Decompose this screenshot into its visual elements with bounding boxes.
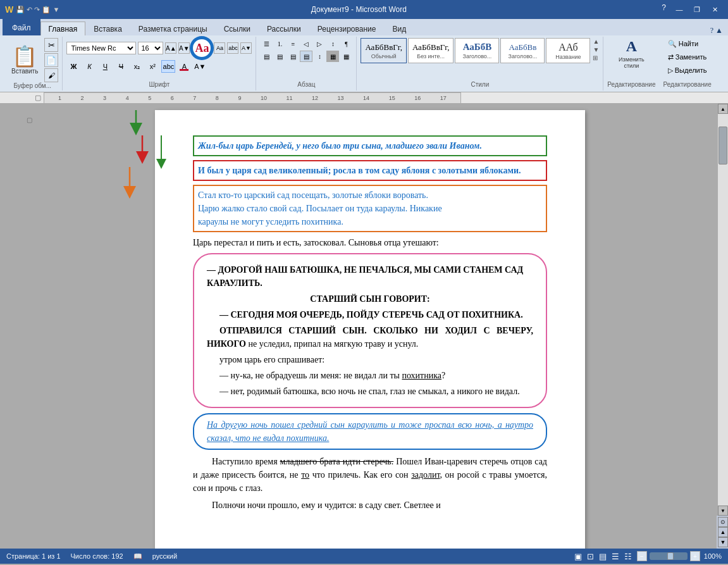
shading-btn[interactable]: ▦ xyxy=(326,51,339,62)
help-btn[interactable]: ? xyxy=(658,3,670,16)
tab-view[interactable]: Вид xyxy=(384,22,414,35)
scroll-track[interactable] xyxy=(718,114,728,506)
pink-line7: — нет, родимый батюшка, всю ночь не спал… xyxy=(207,385,533,398)
aa-text: Aa xyxy=(195,42,209,55)
change-styles-icon[interactable]: A xyxy=(626,38,637,55)
bold-btn[interactable]: Ж xyxy=(66,60,80,73)
status-lang-icon[interactable]: 📖 xyxy=(133,552,142,561)
select-browse-btn[interactable]: ▲ xyxy=(718,527,728,537)
font-name-select[interactable]: Times New Rc xyxy=(66,42,136,54)
select-btn[interactable]: ▷ Выделить xyxy=(663,65,712,77)
align-left-btn[interactable]: ▤ xyxy=(260,51,273,62)
replace-btn[interactable]: ⇄ Заменить xyxy=(663,51,712,63)
style-nospace-label: Без инте... xyxy=(417,53,445,59)
view-btn-fullscreen[interactable]: ⊡ xyxy=(587,552,594,561)
style-title[interactable]: ААб Название xyxy=(546,38,590,63)
style-nospace[interactable]: АаБбВвГг, Без инте... xyxy=(408,38,454,63)
sort-btn[interactable]: ↕ xyxy=(326,38,339,49)
paragraph-group: ☰ 1. ≡ ◁ ▷ ↕ ¶ ▤ ▤ ▤ ▤ ↕ ▦ ▦ Абзац xyxy=(256,37,357,90)
style-h1[interactable]: АаБбВ Заголово... xyxy=(455,38,499,63)
copy-btn[interactable]: 📄 xyxy=(44,53,58,67)
subscript-btn[interactable]: x₂ xyxy=(130,60,144,73)
format-painter-btn[interactable]: 🖌 xyxy=(44,68,58,82)
tab-file[interactable]: Файл xyxy=(3,19,40,35)
title-bar: W 💾 ↶ ↷ 📋 ▼ Документ9 - Microsoft Word ?… xyxy=(0,0,728,19)
styles-up-btn[interactable]: ▲ xyxy=(593,38,599,45)
format-icon4[interactable]: A▼ xyxy=(240,42,252,54)
style-normal[interactable]: АаБбВвГг, Обычный xyxy=(361,38,407,63)
annotations-overlay xyxy=(111,110,161,300)
tab-insert[interactable]: Вставка xyxy=(85,22,130,35)
scroll-up-btn[interactable]: ▲ xyxy=(718,104,728,114)
italic-btn[interactable]: К xyxy=(82,60,96,73)
tab-mailings[interactable]: Рассылки xyxy=(259,22,309,35)
show-para-btn[interactable]: ¶ xyxy=(340,38,352,49)
superscript-btn[interactable]: x² xyxy=(145,60,159,73)
quick-access: 💾 ↶ ↷ 📋 ▼ xyxy=(16,6,59,14)
para-red-text: И был у царя сад великолепный; росла в т… xyxy=(198,166,521,175)
styles-down-btn[interactable]: ▼ xyxy=(593,46,599,53)
zoom-slider-thumb xyxy=(667,552,674,560)
font-format-row: Ж К Ч Ч x₂ x² abc A A▼ xyxy=(66,60,207,73)
style-normal-label: Обычный xyxy=(371,53,397,59)
ruler-toggle[interactable]: ▢ xyxy=(35,94,41,102)
align-center-btn[interactable]: ▤ xyxy=(273,51,286,62)
align-justify-btn[interactable]: ▤ xyxy=(300,51,312,62)
format-icon2[interactable]: Aa xyxy=(214,42,225,54)
font-size-select[interactable]: 16 xyxy=(138,42,163,54)
style-h2[interactable]: АаБбВв Заголово... xyxy=(500,38,545,63)
view-btn-normal[interactable]: ▣ xyxy=(574,552,582,561)
scroll-thumb[interactable] xyxy=(719,127,727,165)
paragraph-content: ☰ 1. ≡ ◁ ▷ ↕ ¶ ▤ ▤ ▤ ▤ ↕ ▦ ▦ xyxy=(260,38,352,81)
minimize-btn[interactable]: — xyxy=(671,3,688,16)
para-orange-line2: Царю жалко стало свой сад. Посылает он т… xyxy=(198,202,542,215)
prev-page-btn[interactable]: ⊙ xyxy=(718,517,728,527)
view-btn-web[interactable]: ▤ xyxy=(599,552,607,561)
clear-format-btn[interactable]: Aa xyxy=(192,38,212,58)
numbering-btn[interactable]: 1. xyxy=(273,38,286,49)
decrease-font-btn[interactable]: A▼ xyxy=(178,42,190,54)
pink-line4: ОТПРАВИЛСЯ СТАРШИЙ СЫН. СКОЛЬКО НИ ХОДИЛ… xyxy=(207,324,533,351)
line-spacing-btn[interactable]: ↕ xyxy=(313,51,326,62)
zoom-out-btn[interactable]: − xyxy=(637,551,647,561)
zoom-slider[interactable] xyxy=(650,552,688,560)
cut-btn[interactable]: ✂ xyxy=(44,38,58,52)
next-page-btn[interactable]: ▼ xyxy=(718,537,728,547)
change-styles-content: A Изменитьстили xyxy=(619,38,645,81)
editing-label: Редактирование xyxy=(663,81,712,89)
tab-references[interactable]: Ссылки xyxy=(216,22,259,35)
strikethrough-btn[interactable]: Ч xyxy=(114,60,128,73)
decrease-indent-btn[interactable]: ◁ xyxy=(300,38,312,49)
format-icon3[interactable]: abc xyxy=(227,42,238,54)
para-orange-line1: Стал кто-то царский сад посещать, золоты… xyxy=(198,189,542,202)
document-text: Жил-был царь Берендей, у него было три с… xyxy=(193,135,547,512)
text-effect-btn[interactable]: A▼ xyxy=(193,60,207,73)
restore-btn[interactable]: ❐ xyxy=(689,3,705,16)
view-btn-outline[interactable]: ☰ xyxy=(612,552,619,561)
status-language[interactable]: русский xyxy=(152,552,177,560)
status-page: Страница: 1 из 1 xyxy=(6,552,61,560)
ribbon-help[interactable]: ? ▲ xyxy=(705,26,728,35)
highlight-btn[interactable]: abc xyxy=(161,60,175,73)
paste-button[interactable]: 📋 Вставить xyxy=(6,44,43,77)
align-right-btn[interactable]: ▤ xyxy=(287,51,299,62)
left-ruler-toggle[interactable]: ▢ xyxy=(27,116,32,123)
bullets-btn[interactable]: ☰ xyxy=(260,38,273,49)
tab-review[interactable]: Рецензирование xyxy=(309,22,385,35)
tab-layout[interactable]: Разметка страницы xyxy=(130,22,216,35)
underline-btn[interactable]: Ч xyxy=(98,60,112,73)
doc-area[interactable]: Жил-был царь Берендей, у него было три с… xyxy=(35,104,718,549)
tab-home[interactable]: Главная xyxy=(40,22,86,35)
styles-label: Стили xyxy=(471,81,489,89)
styles-more-btn[interactable]: ⊞ xyxy=(593,54,599,61)
increase-font-btn[interactable]: A▲ xyxy=(165,42,176,54)
font-color-btn[interactable]: A xyxy=(177,60,191,73)
zoom-in-btn[interactable]: + xyxy=(690,551,700,561)
close-btn[interactable]: ✕ xyxy=(706,3,723,16)
increase-indent-btn[interactable]: ▷ xyxy=(313,38,326,49)
view-btn-draft[interactable]: ☷ xyxy=(624,552,632,561)
borders-btn[interactable]: ▦ xyxy=(340,51,352,62)
scroll-down-btn[interactable]: ▼ xyxy=(718,506,728,516)
find-btn[interactable]: 🔍 Найти xyxy=(663,38,703,50)
multilevel-btn[interactable]: ≡ xyxy=(287,38,299,49)
